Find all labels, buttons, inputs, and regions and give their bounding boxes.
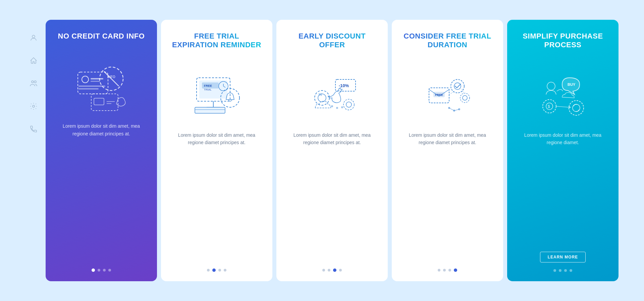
svg-line-49 bbox=[449, 92, 453, 95]
svg-text:FREE: FREE bbox=[204, 84, 212, 87]
learn-more-button[interactable]: LEARN MORE bbox=[540, 252, 586, 262]
cards-container: NO CREDIT CARD INFO INFO bbox=[44, 20, 621, 281]
dot-active bbox=[454, 268, 457, 272]
dot-inactive bbox=[328, 269, 330, 272]
card-3-title: EARLY DISCOUNT OFFER bbox=[286, 32, 378, 50]
dot-inactive bbox=[448, 269, 451, 272]
svg-point-62 bbox=[573, 104, 580, 112]
svg-rect-7 bbox=[91, 81, 100, 82]
svg-point-5 bbox=[82, 76, 89, 83]
svg-line-54 bbox=[449, 108, 454, 111]
card-5-illustration: BUY $ bbox=[529, 58, 596, 125]
svg-text:%: % bbox=[319, 93, 322, 97]
card-5-title: SIMPLIFY PURCHASE PROCESS bbox=[517, 32, 609, 50]
card-2-title: FREE TRIAL EXPIRATION REMINDER bbox=[170, 32, 263, 50]
svg-point-37 bbox=[343, 99, 354, 110]
sidebar bbox=[23, 20, 44, 281]
svg-rect-13 bbox=[91, 94, 118, 111]
svg-text:TRIAL: TRIAL bbox=[204, 88, 212, 91]
svg-point-0 bbox=[32, 35, 35, 38]
main-container: NO CREDIT CARD INFO INFO bbox=[23, 16, 621, 285]
dot-inactive bbox=[570, 269, 572, 272]
dot-inactive bbox=[339, 269, 342, 272]
dot-inactive bbox=[98, 269, 100, 272]
svg-rect-8 bbox=[78, 85, 105, 87]
svg-point-41 bbox=[341, 106, 343, 108]
dot-inactive bbox=[103, 269, 106, 272]
card-3-illustration: % -10% bbox=[299, 58, 366, 125]
svg-point-38 bbox=[346, 102, 352, 107]
svg-line-55 bbox=[454, 109, 459, 111]
svg-point-39 bbox=[331, 105, 333, 107]
card-2-text: Lorem ipsum dolor sit dim amet, mea regi… bbox=[170, 131, 263, 262]
svg-point-40 bbox=[336, 107, 338, 109]
dot-inactive bbox=[559, 269, 561, 272]
user-icon[interactable] bbox=[29, 33, 38, 43]
card-free-trial-expiration: FREE TRIAL EXPIRATION REMINDER FREE TRIA… bbox=[161, 20, 272, 281]
dot-active bbox=[92, 268, 95, 272]
card-4-title: CONSIDER FREE TRIAL DURATION bbox=[401, 32, 494, 50]
svg-point-48 bbox=[463, 96, 467, 100]
svg-rect-14 bbox=[94, 98, 104, 105]
dot-active bbox=[333, 268, 336, 272]
dot-inactive bbox=[553, 269, 556, 272]
svg-point-2 bbox=[34, 81, 36, 83]
dot-inactive bbox=[108, 269, 111, 272]
dot-inactive bbox=[438, 269, 440, 272]
dot-inactive bbox=[207, 269, 210, 272]
card-1-title: NO CREDIT CARD INFO bbox=[58, 32, 145, 41]
svg-point-47 bbox=[460, 93, 470, 103]
card-1-dots bbox=[92, 268, 111, 272]
card-4-illustration: FREE bbox=[414, 58, 481, 125]
dot-inactive bbox=[218, 269, 221, 272]
svg-text:-10%: -10% bbox=[339, 83, 349, 88]
svg-text:$: $ bbox=[548, 104, 550, 109]
home-icon[interactable] bbox=[29, 56, 38, 65]
svg-point-45 bbox=[451, 79, 464, 93]
svg-rect-4 bbox=[78, 72, 108, 94]
card-1-illustration: INFO bbox=[68, 49, 135, 116]
svg-text:INFO: INFO bbox=[107, 75, 115, 79]
svg-point-3 bbox=[33, 105, 35, 107]
svg-point-57 bbox=[547, 82, 555, 90]
svg-text:BUY: BUY bbox=[568, 82, 576, 86]
card-2-dots bbox=[207, 268, 226, 272]
dot-inactive bbox=[224, 269, 226, 272]
svg-point-1 bbox=[32, 81, 34, 83]
card-3-dots bbox=[322, 268, 342, 272]
svg-marker-63 bbox=[569, 106, 571, 108]
card-5-text: Lorem ipsum dolor sit dim amet, mea regi… bbox=[517, 131, 609, 248]
card-4-text: Lorem ipsum dolor sit dim amet, mea regi… bbox=[401, 131, 494, 262]
card-2-illustration: FREE TRIAL bbox=[183, 58, 250, 125]
dot-inactive bbox=[564, 269, 567, 272]
card-simplify-purchase: SIMPLIFY PURCHASE PROCESS BUY $ bbox=[507, 20, 619, 281]
phone-icon[interactable] bbox=[29, 124, 38, 134]
card-4-dots bbox=[438, 268, 457, 272]
card-1-text: Lorem ipsum dolor sit dim amet, mea regi… bbox=[55, 122, 148, 262]
svg-rect-9 bbox=[78, 88, 99, 89]
card-5-dots bbox=[553, 269, 572, 272]
people-icon[interactable] bbox=[29, 79, 38, 88]
dot-inactive bbox=[322, 269, 325, 272]
svg-rect-6 bbox=[91, 78, 103, 79]
settings-icon[interactable] bbox=[29, 102, 38, 111]
svg-rect-27 bbox=[195, 107, 225, 113]
svg-text:FREE: FREE bbox=[435, 93, 443, 97]
card-no-credit-card: NO CREDIT CARD INFO INFO bbox=[46, 20, 157, 281]
svg-point-61 bbox=[569, 101, 584, 115]
card-early-discount: EARLY DISCOUNT OFFER % -10% bbox=[276, 20, 388, 281]
dot-inactive bbox=[443, 269, 446, 272]
dot-active bbox=[212, 268, 216, 272]
svg-line-11 bbox=[104, 71, 119, 86]
card-3-text: Lorem ipsum dolor sit dim amet, mea regi… bbox=[286, 131, 378, 262]
card-consider-free-trial: CONSIDER FREE TRIAL DURATION FREE bbox=[392, 20, 503, 281]
